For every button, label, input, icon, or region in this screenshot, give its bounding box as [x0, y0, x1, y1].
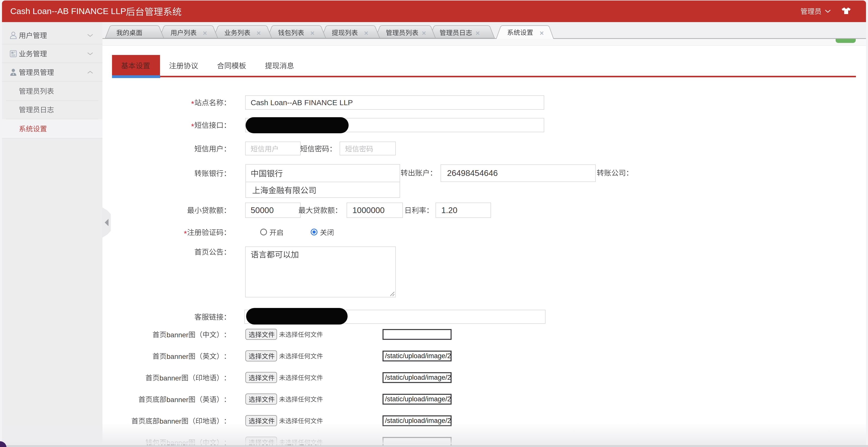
- svg-text:banner: banner: [159, 375, 181, 382]
- svg-text:banner: banner: [166, 396, 188, 404]
- svg-text:banner: banner: [166, 353, 188, 360]
- svg-text:banner: banner: [166, 331, 188, 339]
